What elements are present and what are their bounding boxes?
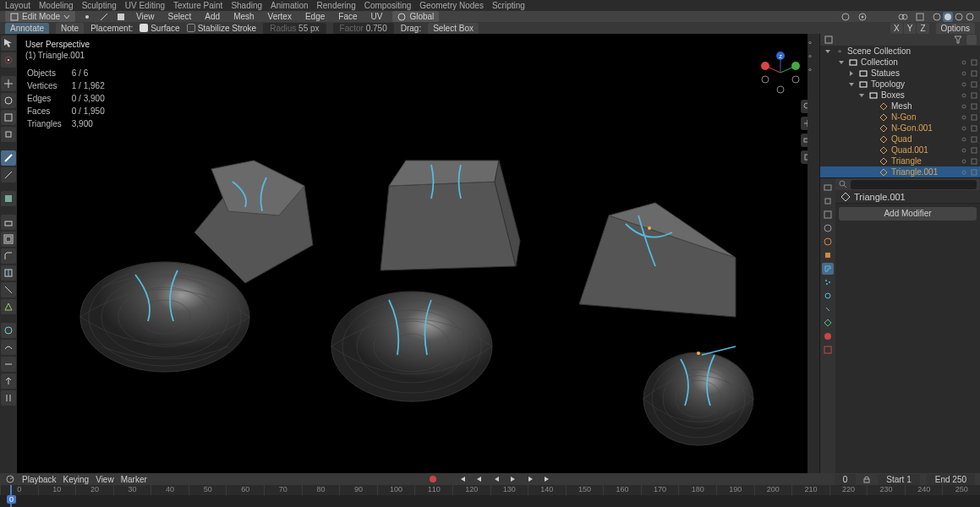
eye-icon[interactable] [960, 58, 968, 67]
tab[interactable]: Modeling [39, 1, 74, 10]
new-collection-icon[interactable] [966, 35, 977, 45]
tree-row[interactable]: ▫Scene Collection [820, 46, 980, 57]
select-mode-dropdown[interactable]: Select Box [428, 23, 479, 34]
menu-select[interactable]: Select [165, 12, 195, 21]
material-tab[interactable] [822, 330, 834, 342]
disable-icon[interactable] [970, 124, 978, 133]
menu-vertex[interactable]: Vertex [265, 12, 295, 21]
object-tab[interactable] [822, 249, 834, 261]
tree-row[interactable]: Triangle.001 [820, 166, 980, 177]
tree-row[interactable]: Collection [820, 57, 980, 68]
eye-icon[interactable] [960, 146, 968, 155]
annotate-tool-btn[interactable] [1, 150, 16, 166]
texture-tab[interactable] [822, 344, 834, 356]
proportional-icon[interactable] [857, 12, 868, 22]
rotate-tool[interactable] [1, 93, 16, 108]
menu-keying[interactable]: Keying [63, 475, 90, 484]
mirror-x[interactable]: X [890, 23, 903, 34]
menu-add[interactable]: Add [201, 12, 223, 21]
filter-icon[interactable] [953, 35, 963, 45]
view-tab[interactable]: ◦ [808, 64, 818, 74]
vertex-select-icon[interactable] [82, 12, 92, 22]
cursor-tool[interactable] [1, 52, 16, 68]
eye-icon[interactable] [960, 91, 968, 100]
outliner-tree[interactable]: ▫Scene CollectionCollectionStatuesTopolo… [820, 46, 980, 177]
menu-face[interactable]: Face [335, 12, 360, 21]
eye-icon[interactable] [960, 102, 968, 111]
eye-icon[interactable] [960, 124, 968, 133]
menu-playback[interactable]: Playback [22, 475, 57, 484]
disable-icon[interactable] [970, 102, 978, 111]
tree-row[interactable]: Boxes [820, 90, 980, 101]
jump-start-icon[interactable] [457, 474, 468, 484]
tree-row[interactable]: Mesh [820, 101, 980, 112]
constraints-tab[interactable] [822, 303, 834, 315]
disable-icon[interactable] [970, 113, 978, 122]
tree-row[interactable]: Quad [820, 134, 980, 144]
modifiers-tab[interactable] [822, 263, 834, 275]
layer-field[interactable]: Note [56, 23, 84, 34]
menu-uv[interactable]: UV [368, 12, 386, 21]
timeline-ruler[interactable]: 0102030405060708090100110120130140150160… [0, 485, 980, 507]
tab[interactable]: Rendering [317, 1, 356, 10]
physics-tab[interactable] [822, 290, 834, 302]
scene-tab[interactable] [822, 222, 834, 234]
tree-row[interactable]: Topology [820, 79, 980, 90]
shrink-tool[interactable] [1, 373, 16, 389]
eye-icon[interactable] [960, 135, 968, 144]
polybuild-tool[interactable] [1, 299, 16, 314]
orientation-dropdown[interactable]: Global [392, 11, 439, 22]
measure-tool[interactable] [1, 167, 16, 183]
bevel-tool[interactable] [1, 248, 16, 264]
rip-tool[interactable] [1, 390, 16, 406]
inset-tool[interactable] [1, 232, 16, 247]
add-modifier-button[interactable]: Add Modifier [839, 207, 977, 221]
lock-icon[interactable] [862, 475, 871, 483]
solid-shading-icon[interactable] [943, 12, 953, 22]
prev-key-icon[interactable] [474, 474, 485, 484]
knife-tool[interactable] [1, 282, 16, 297]
smooth-tool[interactable] [1, 340, 16, 355]
tab[interactable]: Sculpting [82, 1, 117, 10]
spin-tool[interactable] [1, 323, 16, 338]
mirror-z[interactable]: Z [917, 23, 928, 34]
menu-edge[interactable]: Edge [302, 12, 328, 21]
tab[interactable]: Animation [271, 1, 308, 10]
tool-tab[interactable]: ◦ [808, 51, 818, 61]
disable-icon[interactable] [970, 91, 978, 100]
move-tool[interactable] [1, 76, 16, 91]
play-icon[interactable] [508, 474, 518, 484]
output-tab[interactable] [822, 195, 834, 207]
rendered-shading-icon[interactable] [965, 12, 975, 22]
tab[interactable]: Texture Paint [173, 1, 222, 10]
item-tab[interactable]: ◦ [808, 37, 818, 47]
surface-checkbox[interactable]: Surface [140, 24, 179, 33]
eye-icon[interactable] [960, 69, 968, 78]
tab[interactable]: Shading [231, 1, 262, 10]
3d-viewport[interactable]: User Perspective (1) Triangle.001 Object… [17, 34, 819, 480]
face-select-icon[interactable] [116, 12, 126, 22]
options-dropdown[interactable]: Options [936, 23, 975, 34]
disable-icon[interactable] [970, 146, 978, 155]
eye-icon[interactable] [960, 80, 968, 89]
mirror-y[interactable]: Y [904, 23, 917, 34]
next-key-icon[interactable] [525, 474, 535, 484]
viewlayer-tab[interactable] [822, 209, 834, 221]
search-input[interactable] [851, 180, 977, 189]
eye-icon[interactable] [960, 168, 968, 177]
menu-view[interactable]: View [133, 12, 158, 21]
start-frame[interactable]: Start 1 [878, 474, 919, 485]
auto-key-icon[interactable] [429, 475, 437, 483]
select-tool[interactable] [1, 35, 16, 51]
wireframe-shading-icon[interactable] [932, 12, 942, 22]
outliner-type-icon[interactable] [824, 35, 834, 45]
tab[interactable]: Layout [5, 1, 30, 10]
particles-tab[interactable] [822, 276, 834, 288]
snap-icon[interactable] [840, 12, 851, 22]
eye-icon[interactable] [960, 157, 968, 166]
timeline-type-icon[interactable] [5, 474, 15, 484]
play-reverse-icon[interactable] [491, 474, 501, 484]
radius-field[interactable]: Radius 55 px [263, 23, 326, 34]
menu-mesh[interactable]: Mesh [230, 12, 257, 21]
eye-icon[interactable] [960, 113, 968, 122]
